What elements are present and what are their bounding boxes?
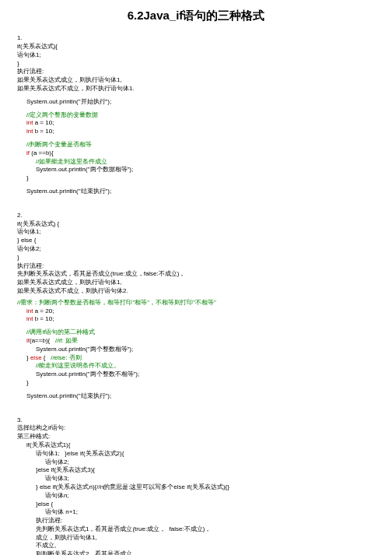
text: } [17, 60, 375, 68]
code: } [17, 379, 375, 388]
text: 如果关系表达式不成立，则不执行语句体1. [17, 85, 375, 93]
code-comment: //需求：判断两个整数是否相等，相等打印"相等"，不相等则打印"不相等" [17, 299, 375, 307]
text: 语句体1; }else if(关系表达式2){ [17, 450, 375, 458]
code-comment: //判断两个变量是否相等 [17, 141, 375, 149]
text: 语句体1; [17, 228, 375, 237]
text: b = 10; [33, 315, 54, 322]
code: int a = 10; [17, 119, 375, 128]
text: 先判断关系表达式，看其是否成立(true:成立，false:不成立)， [17, 270, 375, 279]
code-comment: //定义两个整形的变量数据 [17, 111, 375, 120]
text: 不成立, [17, 542, 375, 550]
text: 如果关系表达式成立，则执行语句体1, [17, 76, 375, 85]
text: (a==b){ [30, 337, 55, 344]
text: 执行流程: [17, 262, 375, 271]
code: System.out.println("结束执行"); [17, 392, 375, 401]
text: 语句体n; [17, 492, 375, 501]
text: 1. [17, 34, 375, 43]
page-title: 6.2Java_if语句的三种格式 [17, 8, 375, 23]
code: } else { //else: 否则 [17, 354, 375, 363]
code-comment: //else: 否则 [51, 354, 82, 361]
code: if(a==b){ //if: 如果 [17, 337, 375, 346]
code: } [17, 174, 375, 183]
code: int b = 10; [17, 128, 375, 136]
section-3: 3. 选择结构之if语句: 第三种格式: if(关系表达式1){ 语句体1; }… [17, 416, 375, 555]
text: }else { [17, 501, 375, 509]
code: System.out.println("两个整数不相等"); [17, 371, 375, 379]
code: if (a ==b){ [17, 149, 375, 158]
text: 语句体1; [17, 51, 375, 60]
text: 成立，则执行语句体1, [17, 534, 375, 543]
text: 执行流程: [17, 68, 375, 76]
code-comment: //能走到这里说明条件不成立。 [17, 362, 375, 371]
keyword: else [30, 354, 42, 361]
text: if(关系表达式) { [17, 220, 375, 229]
code: System.out.println("结束执行"); [17, 188, 375, 196]
code-comment: //调用if语句的第二种格式 [17, 328, 375, 337]
code: int a = 20; [17, 307, 375, 316]
text: a = 20; [33, 307, 54, 314]
text: (a ==b){ [30, 149, 54, 156]
text: }else if(关系表达式3){ [17, 466, 375, 475]
text: a = 10; [33, 119, 54, 126]
text: 如果关系表达式不成立，则执行语句体2. [17, 287, 375, 296]
text: 语句体2; [17, 245, 375, 254]
text: 语句体3; [17, 475, 375, 483]
section-1: 1. if(关系表达式){ 语句体1; } 执行流程: 如果关系表达式成立，则执… [17, 34, 375, 196]
text: 则判断关系表达式2，看其是否成立 [17, 550, 375, 555]
text: 语句体 n+1; [17, 508, 375, 517]
code: System.out.println("开始执行"); [17, 98, 375, 107]
text: } else { [17, 237, 375, 245]
text: } [17, 254, 375, 262]
code: System.out.println("两个整数相等"); [17, 346, 375, 354]
text: 选择结构之if语句: [17, 424, 375, 433]
section-2: 2. if(关系表达式) { 语句体1; } else { 语句体2; } 执行… [17, 212, 375, 401]
text: 2. [17, 212, 375, 220]
text: 如果关系表达式成立，则执行语句体1, [17, 279, 375, 287]
text: if(关系表达式){ [17, 43, 375, 51]
text: b = 10; [33, 128, 54, 135]
text: } else if(关系表达式n){//n的意思是:这里可以写多个else if… [17, 483, 375, 492]
code: int b = 10; [17, 315, 375, 324]
code-comment: //if: 如果 [55, 337, 78, 344]
text: 3. [17, 416, 375, 425]
text: 第三种格式: [17, 433, 375, 441]
text: 语句体2; [17, 458, 375, 467]
text: 先判断关系表达式1，看其是否成立(true:成立， false:不成立)， [17, 525, 375, 534]
text: 执行流程: [17, 517, 375, 525]
text: if(关系表达式1){ [17, 441, 375, 450]
code: System.out.println("两个数据相等"); [17, 166, 375, 174]
code-comment: //如果能走到这里条件成立 [17, 158, 375, 167]
text: { [42, 354, 51, 361]
